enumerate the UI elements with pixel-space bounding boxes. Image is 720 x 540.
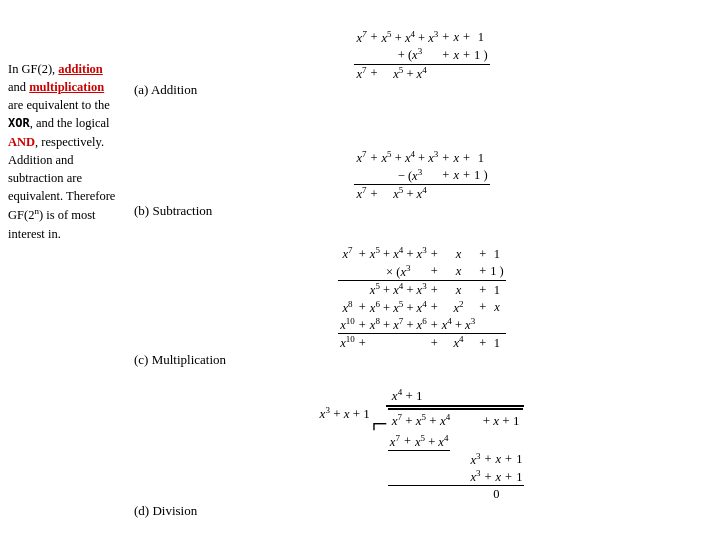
and-term: AND bbox=[8, 135, 35, 149]
division-bracket-symbol: ⌐ bbox=[372, 411, 388, 436]
division-steps: x7 + x5 + x4 x3 + x + 1 bbox=[388, 433, 525, 503]
division-section: x3 + x + 1 x4 + 1 ⌐ x7 + x5 + x4 + x + 1 bbox=[134, 370, 710, 536]
addition-label: (a) Addition bbox=[134, 82, 710, 98]
division-bracket-row: ⌐ x7 + x5 + x4 + x + 1 bbox=[372, 407, 525, 432]
description-text: In GF(2), addition and multiplication ar… bbox=[8, 62, 115, 241]
division-divisor: x3 + x + 1 bbox=[320, 387, 370, 422]
multiplication-section: x7 + x5 + x4 + x3 + x + 1 × (x3 + x + 1 … bbox=[134, 245, 710, 367]
division-work: x4 + 1 ⌐ x7 + x5 + x4 + x + 1 x7 + bbox=[372, 387, 525, 502]
division-steps-table: x7 + x5 + x4 x3 + x + 1 bbox=[388, 433, 525, 503]
subtraction-label: (b) Subtraction bbox=[134, 203, 710, 219]
addition-term: addition bbox=[58, 62, 102, 76]
superscript-n: n bbox=[34, 206, 39, 216]
subtraction-table: x7 + x5 + x4 + x3 + x + 1 − (x3 + x + 1 … bbox=[354, 149, 489, 202]
add-row1: x7 bbox=[354, 29, 368, 46]
multiplication-label: (c) Multiplication bbox=[134, 352, 710, 368]
addition-table: x7 + x5 + x4 + x3 + x + 1 + (x3 + x + 1 … bbox=[354, 29, 489, 82]
division-label: (d) Division bbox=[134, 503, 710, 519]
addition-section: x7 + x5 + x4 + x3 + x + 1 + (x3 + x + 1 … bbox=[134, 4, 710, 123]
description-panel: In GF(2), addition and multiplication ar… bbox=[0, 0, 130, 540]
subtraction-section: x7 + x5 + x4 + x3 + x + 1 − (x3 + x + 1 … bbox=[134, 125, 710, 244]
xor-term: XOR bbox=[8, 116, 30, 130]
right-panel: x7 + x5 + x4 + x3 + x + 1 + (x3 + x + 1 … bbox=[130, 0, 720, 540]
division-dividend: x7 + x5 + x4 + x + 1 bbox=[388, 408, 524, 431]
division-quotient: x4 + 1 bbox=[386, 387, 525, 407]
multiplication-table: x7 + x5 + x4 + x3 + x + 1 × (x3 + x + 1 … bbox=[338, 245, 506, 351]
multiplication-term: multiplication bbox=[29, 80, 104, 94]
